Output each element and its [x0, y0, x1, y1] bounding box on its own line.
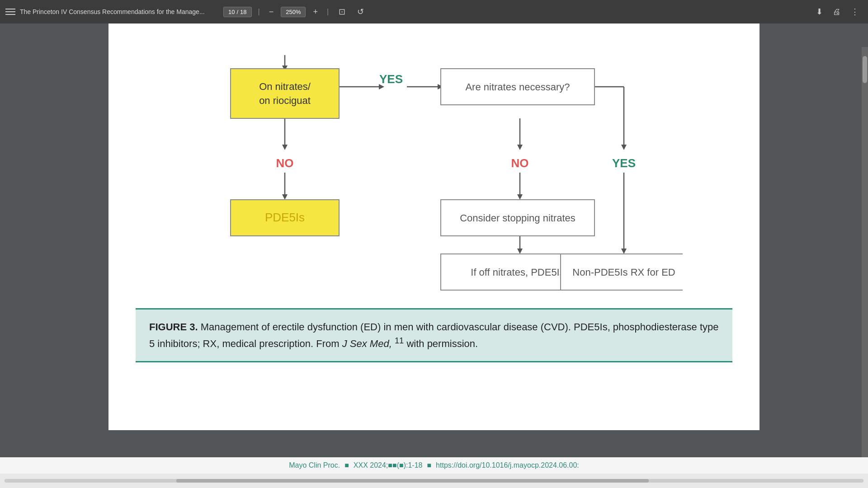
page-current[interactable]: 10: [228, 9, 235, 15]
page-total: 18: [240, 9, 246, 15]
toolbar-right: ⬇ 🖨 ⋮: [812, 5, 863, 19]
footer-sep1: ■: [344, 461, 349, 469]
divider2: |: [327, 8, 329, 16]
svg-text:PDE5Is: PDE5Is: [265, 211, 305, 224]
svg-text:Non-PDE5Is RX for ED: Non-PDE5Is RX for ED: [572, 267, 675, 278]
flowchart-container: On nitrates/ on riociguat YES Are nitrat…: [136, 37, 732, 304]
figure-text2: with permission.: [406, 338, 478, 349]
footer-bar: Mayo Clin Proc. ■ XXX 2024;■■(■):1-18 ■ …: [0, 457, 868, 474]
scrollbar-thumb-h: [176, 479, 649, 483]
scrollbar-right[interactable]: [862, 47, 868, 474]
svg-text:YES: YES: [379, 72, 403, 86]
divider: |: [258, 8, 260, 16]
flowchart-svg: On nitrates/ on riociguat YES Are nitrat…: [185, 42, 683, 295]
figure-superscript: 11: [395, 336, 404, 345]
document-title: The Princeton IV Consensus Recommendatio…: [20, 8, 219, 15]
svg-marker-1: [282, 145, 288, 150]
pdf-page: On nitrates/ on riociguat YES Are nitrat…: [108, 23, 760, 430]
svg-text:Are nitrates necessary?: Are nitrates necessary?: [465, 81, 570, 93]
figure-label: FIGURE 3.: [149, 321, 198, 333]
svg-marker-14: [517, 194, 523, 200]
more-options-button[interactable]: ⋮: [847, 5, 863, 19]
figure-caption: FIGURE 3. Management of erectile dysfunc…: [136, 308, 732, 362]
scrollbar-track: [5, 479, 863, 483]
svg-marker-18: [517, 249, 523, 254]
page-pagination[interactable]: 10 / 18: [223, 7, 252, 17]
scrollbar-thumb[interactable]: [863, 56, 867, 83]
zoom-out-button[interactable]: −: [266, 6, 277, 18]
zoom-level[interactable]: 250%: [281, 7, 306, 17]
rotate-button[interactable]: ↺: [354, 5, 368, 19]
svg-text:NO: NO: [511, 156, 529, 170]
print-button[interactable]: 🖨: [829, 5, 844, 19]
svg-text:YES: YES: [612, 156, 636, 170]
bottom-scrollbar[interactable]: [0, 474, 868, 488]
toolbar: The Princeton IV Consensus Recommendatio…: [0, 0, 868, 23]
footer-sep2: ■: [427, 461, 431, 469]
download-button[interactable]: ⬇: [812, 5, 826, 19]
menu-icon[interactable]: [5, 7, 15, 17]
svg-text:On nitrates/: On nitrates/: [259, 81, 311, 92]
svg-marker-16: [621, 249, 627, 254]
svg-rect-21: [231, 69, 339, 118]
svg-marker-12: [282, 194, 288, 200]
fit-page-button[interactable]: ⊡: [335, 5, 349, 19]
footer-journal: Mayo Clin Proc.: [289, 461, 340, 469]
pdf-area: On nitrates/ on riociguat YES Are nitrat…: [0, 23, 868, 474]
svg-text:NO: NO: [276, 156, 294, 170]
figure-journal: J Sex Med,: [342, 338, 392, 349]
svg-marker-10: [621, 145, 627, 150]
svg-text:Consider stopping nitrates: Consider stopping nitrates: [460, 212, 576, 224]
zoom-in-button[interactable]: +: [310, 6, 321, 18]
svg-marker-7: [517, 145, 523, 150]
footer-doi: https://doi.org/10.1016/j.mayocp.2024.06…: [436, 461, 579, 469]
footer-volume: XXX 2024;■■(■):1-18: [354, 461, 423, 469]
svg-text:If off nitrates, PDE5Is: If off nitrates, PDE5Is: [471, 267, 564, 278]
svg-text:on riociguat: on riociguat: [259, 95, 311, 106]
